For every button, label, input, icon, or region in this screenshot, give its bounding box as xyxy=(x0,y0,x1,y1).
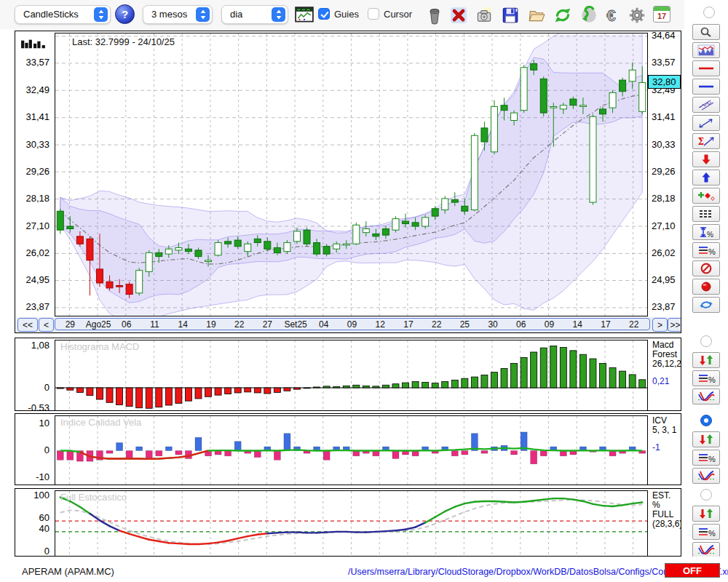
icv-percent-button[interactable]: % xyxy=(692,450,720,466)
calendar-button[interactable]: 17 xyxy=(653,6,670,23)
x-axis-tick: 14 xyxy=(573,319,582,330)
y-axis-label: 33,57 xyxy=(25,57,50,68)
main-left-axis: 33,5732,4931,4130,3329,2628,1827,1026,02… xyxy=(15,31,52,332)
sell-arrow-tool[interactable] xyxy=(692,151,720,167)
app-window: CandleSticks ? 3 mesos dia Guies Cursor … xyxy=(0,0,728,582)
stochastic-chart[interactable] xyxy=(55,490,648,557)
zoom-tool[interactable] xyxy=(692,24,720,40)
scroll-prev-button[interactable]: < xyxy=(39,318,54,332)
macd-meta-line: 26,12,26 xyxy=(652,359,681,369)
period-select[interactable]: 3 mesos xyxy=(143,5,213,24)
x-axis-tick: 17 xyxy=(403,319,413,330)
stochastic-percent-button[interactable]: % xyxy=(692,524,720,540)
macd-histogram-chart[interactable] xyxy=(55,340,648,411)
y-axis-label: 30,33 xyxy=(652,139,676,150)
checkbox-unchecked-icon xyxy=(368,8,379,20)
y-axis-label: 27,10 xyxy=(25,220,50,231)
channel-tool[interactable] xyxy=(692,97,720,113)
help-glyph: ? xyxy=(122,8,128,20)
currency-button[interactable]: € xyxy=(604,6,623,25)
refresh-button[interactable] xyxy=(553,6,572,25)
y-axis-label: 29,26 xyxy=(25,166,50,177)
delete-button[interactable] xyxy=(449,6,468,25)
reload-tool[interactable] xyxy=(692,297,720,313)
measure-vertical-tool[interactable]: % xyxy=(692,224,720,240)
record-tool[interactable] xyxy=(692,279,720,295)
x-axis-tick: 12 xyxy=(376,319,385,330)
chart-settings-icon[interactable] xyxy=(295,7,314,23)
stochastic-indicator-button[interactable] xyxy=(692,542,720,558)
icv-info: ICV 5, 3, 1 -1 xyxy=(650,414,681,485)
svg-text:%: % xyxy=(708,455,716,463)
icv-meta-line: 5, 3, 1 xyxy=(652,426,681,435)
svg-text:€: € xyxy=(606,6,616,25)
open-button[interactable] xyxy=(527,6,546,25)
buy-arrow-tool[interactable] xyxy=(692,170,720,186)
snapshot-button[interactable] xyxy=(475,6,494,25)
help-button[interactable]: ? xyxy=(115,4,135,24)
y-axis-label: 40 xyxy=(39,523,50,534)
time-navigation-bar: << < 29Ago25061114192227Set2504091217222… xyxy=(16,317,681,332)
red-line-tool[interactable] xyxy=(692,60,720,76)
indicator-panel-tool[interactable] xyxy=(692,42,720,58)
toolbar-radio[interactable] xyxy=(703,7,715,18)
blue-line-tool[interactable] xyxy=(692,79,720,95)
icv-chart[interactable] xyxy=(55,415,648,485)
last-price-label: Last: 32.7999 - 24/10/25 xyxy=(72,36,175,47)
trash-button[interactable] xyxy=(425,6,444,25)
icv-signals-button[interactable] xyxy=(692,431,720,447)
y-axis-label: 27,10 xyxy=(652,220,676,231)
macd-indicator-button[interactable] xyxy=(692,388,720,404)
y-axis-label: 33,57 xyxy=(652,57,676,68)
off-toggle-button[interactable]: OFF xyxy=(665,563,720,578)
stochastic-info: EST. % FULL (28,3,6) xyxy=(650,489,681,556)
x-axis-tick: 09 xyxy=(545,319,554,330)
x-axis-tick: 06 xyxy=(516,319,526,330)
save-button[interactable] xyxy=(501,6,520,25)
select-stepper-icon xyxy=(272,7,285,22)
y-axis-label: 100 xyxy=(33,490,50,501)
icv-current-value: -1 xyxy=(650,435,681,453)
y-axis-label: 23,87 xyxy=(652,301,676,312)
stochastic-meta-line: (28,3,6) xyxy=(652,519,681,529)
settings-button[interactable] xyxy=(628,6,646,25)
chart-type-select[interactable]: CandleSticks xyxy=(15,5,111,24)
guies-checkbox[interactable]: Guies xyxy=(318,8,359,20)
scroll-next-button[interactable]: > xyxy=(652,318,668,332)
icv-radio[interactable] xyxy=(700,415,712,426)
macd-panel: 1,080-0,53 Histograma MACD Macd Forest 2… xyxy=(15,338,681,411)
scroll-last-button[interactable]: >> xyxy=(668,318,681,332)
regression-tool[interactable]: Σ xyxy=(692,133,720,149)
guies-label: Guies xyxy=(334,9,359,20)
icv-indicator-button[interactable] xyxy=(692,468,720,484)
select-stepper-icon xyxy=(196,7,210,22)
svg-text:Σ: Σ xyxy=(698,137,704,147)
interval-select[interactable]: dia xyxy=(221,5,288,24)
stochastic-radio[interactable] xyxy=(700,489,712,501)
x-axis-tick: Ago25 xyxy=(86,319,111,330)
stochastic-signals-button[interactable] xyxy=(692,506,720,522)
levels-tool[interactable] xyxy=(692,206,720,222)
signals-tool[interactable] xyxy=(692,188,720,204)
macd-signals-button[interactable] xyxy=(692,352,720,368)
x-axis-tick: 11 xyxy=(150,319,159,330)
disable-tool[interactable] xyxy=(692,260,720,276)
macd-left-axis: 1,080-0,53 xyxy=(15,338,52,410)
x-axis-tick: 04 xyxy=(319,319,328,330)
percent-lines-tool[interactable]: % xyxy=(692,242,720,258)
y-axis-label: 60 xyxy=(39,512,50,523)
candlestick-chart[interactable] xyxy=(55,33,648,316)
symbol-label: APERAM (APAM.MC) xyxy=(22,566,114,577)
undo-button[interactable] xyxy=(579,6,598,25)
scroll-first-button[interactable]: << xyxy=(17,318,38,332)
y-axis-label: 31,41 xyxy=(652,111,676,122)
macd-radio[interactable] xyxy=(700,335,712,347)
trendline-tool[interactable] xyxy=(692,115,720,131)
cursor-checkbox[interactable]: Cursor xyxy=(368,8,412,20)
y-axis-label: 28,18 xyxy=(25,193,50,204)
macd-percent-button[interactable]: % xyxy=(692,370,720,386)
cursor-label: Cursor xyxy=(384,9,412,20)
x-axis-ticks[interactable]: 29Ago25061114192227Set250409121722253006… xyxy=(55,318,650,330)
stochastic-title: Full Estocastico xyxy=(60,492,127,503)
stochastic-left-axis: 10060400 xyxy=(15,489,52,556)
